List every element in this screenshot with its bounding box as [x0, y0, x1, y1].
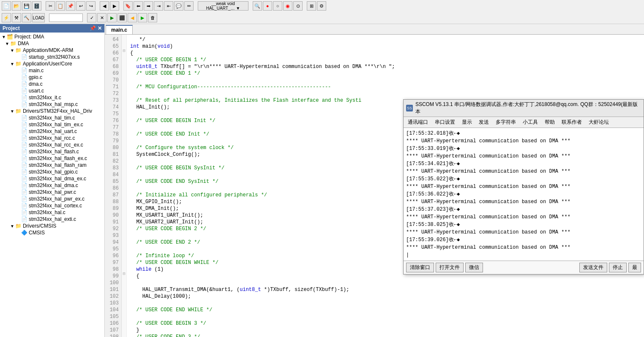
nav-back-btn[interactable]: ◀ [100, 1, 109, 11]
prev-btn[interactable]: ⬅ [134, 1, 143, 11]
tree-stm32-it[interactable]: 📄 stm32f4xx_it.c [0, 94, 104, 101]
next-btn[interactable]: ➡ [144, 1, 153, 11]
tree-cmsis[interactable]: 🔷 CMSIS [0, 229, 104, 236]
debug1-btn[interactable]: ● [263, 1, 272, 11]
debug2-btn[interactable]: ○ [273, 1, 282, 11]
expand-dma[interactable]: ▼ [5, 41, 9, 46]
tree-hal-cortex[interactable]: 📄 stm32f4xx_hal_cortex.c [0, 202, 104, 209]
tree-hal-dma[interactable]: 📄 stm32f4xx_hal_dma.c [0, 182, 104, 189]
nav-xiaogongju[interactable]: 小工具 [521, 118, 540, 127]
tree-hal-exti[interactable]: 📄 stm32f4xx_hal_exti.c [0, 216, 104, 223]
nav-chuankou[interactable]: 串口设置 [433, 118, 457, 127]
tree-dma-c[interactable]: 📄 dma.c [0, 81, 104, 87]
hal-base-label: stm32f4xx_hal.c [29, 209, 65, 215]
settings-btn[interactable]: ⚙ [317, 1, 326, 11]
step-btn[interactable]: ⬛ [117, 13, 127, 22]
save-all-btn[interactable]: 🗄️ [32, 1, 41, 11]
expand-root[interactable]: ▼ [2, 35, 6, 39]
comment-btn[interactable]: 💬 [174, 1, 183, 11]
cut-btn[interactable]: ✂ [46, 1, 55, 11]
tree-hal-msp[interactable]: 📄 stm32f4xx_hal_msp.c [0, 101, 104, 108]
tree-drv-cmsis[interactable]: ▼ 📁 Drivers/CMSIS [0, 223, 104, 229]
wechat-btn[interactable]: 微信 [465, 263, 483, 272]
tree-project-root[interactable]: ▼ 🗂️ Project: DMA [0, 33, 104, 40]
tree-hal-gpio[interactable]: 📄 stm32f4xx_hal_gpio.c [0, 168, 104, 175]
search-btn[interactable]: 🔍 [253, 1, 262, 11]
unindent-btn[interactable]: ⇤ [164, 1, 173, 11]
tree-startup[interactable]: 📄 startup_stm32f407xx.s [0, 54, 104, 60]
nav-xianshi[interactable]: 显示 [460, 118, 474, 127]
expand-drv-cmsis[interactable]: ▼ [10, 224, 14, 228]
copy-btn[interactable]: 📋 [56, 1, 65, 11]
tab-main-c-label: main.c [111, 27, 127, 33]
expand-app-user[interactable]: ▼ [10, 62, 14, 66]
indent-btn[interactable]: ⇥ [154, 1, 163, 11]
expand-app-mdk[interactable]: ▼ [10, 48, 14, 53]
stop-btn-serial[interactable]: 停止 [609, 263, 627, 272]
project-pin-btn[interactable]: 📌 [90, 25, 96, 31]
line-num-95: 95 [107, 246, 119, 253]
func-dropdown-btn[interactable]: __weak void HAL_UART_… ▼ [198, 1, 248, 11]
build-btn[interactable]: ⚡ [2, 13, 11, 22]
nav-duozi[interactable]: 多字符串 [494, 118, 518, 127]
tree-hal-pwr-ex[interactable]: 📄 stm32f4xx_hal_pwr_ex.c [0, 196, 104, 202]
startup-icon: 📄 [21, 54, 27, 60]
nav-bangzhu[interactable]: 帮助 [543, 118, 557, 127]
stop-btn[interactable]: ✕ [97, 13, 106, 22]
tree-gpio-c[interactable]: 📄 gpio.c [0, 74, 104, 81]
nav-fwd-btn[interactable]: ▶ [110, 1, 119, 11]
save-btn[interactable]: 💾 [22, 1, 31, 11]
uncomment-btn[interactable]: ✏ [184, 1, 194, 11]
tree-dma[interactable]: ▼ 📁 DMA [0, 40, 104, 47]
expand-drv-stm32[interactable]: ▼ [10, 109, 14, 114]
tree-hal-dma-ex[interactable]: 📄 stm32f4xx_hal_dma_ex.c [0, 175, 104, 182]
target-select[interactable]: DMA [49, 14, 83, 22]
open-file-btn[interactable]: 打开文件 [436, 263, 464, 272]
debug3-btn[interactable]: ◉ [283, 1, 292, 11]
tree-hal-tim-ex[interactable]: 📄 stm32f4xx_hal_tim_ex.c [0, 121, 104, 128]
paste-btn[interactable]: 📌 [66, 1, 75, 11]
open-btn[interactable]: 📂 [12, 1, 21, 11]
clear-window-btn[interactable]: 清除窗口 [406, 263, 434, 272]
usart-c-icon: 📄 [21, 88, 27, 94]
open-map-btn[interactable]: LOAD [32, 13, 45, 22]
window-btn[interactable]: ⊞ [307, 1, 316, 11]
tree-hal-flash-ram[interactable]: 📄 stm32f4xx_hal_flash_ram [0, 162, 104, 168]
send-file-btn[interactable]: 发送文件 [579, 263, 607, 272]
debug4-btn[interactable]: ⊙ [293, 1, 303, 11]
rebuild-btn[interactable]: 🔨 [22, 13, 31, 22]
check-btn[interactable]: ✓ [87, 13, 96, 22]
nav-fasong[interactable]: 发送 [477, 118, 491, 127]
nav-luntan[interactable]: 大虾论坛 [587, 118, 611, 127]
nav-tongxun[interactable]: 通讯端口 [406, 118, 430, 127]
tree-hal-base[interactable]: 📄 stm32f4xx_hal.c [0, 209, 104, 216]
new-file-btn[interactable]: 📄 [2, 1, 11, 11]
nav-lianxi[interactable]: 联系作者 [560, 118, 584, 127]
tree-hal-rcc[interactable]: 📄 stm32f4xx_hal_rcc.c [0, 135, 104, 141]
erase-btn[interactable]: 🗑 [148, 13, 157, 22]
flash-btn[interactable]: ▶ [138, 13, 147, 22]
serial-output[interactable]: [17:55:32.018]收←◆**** UART-Hyperterminal… [404, 128, 644, 261]
fold-83 [122, 163, 126, 170]
tree-hal-uart[interactable]: 📄 stm32f4xx_hal_uart.c [0, 128, 104, 135]
tree-app-user[interactable]: ▼ 📁 Application/User/Core [0, 60, 104, 67]
undo-btn[interactable]: ↩ [76, 1, 85, 11]
tree-hal-tim[interactable]: 📄 stm32f4xx_hal_tim.c [0, 114, 104, 121]
bookmark-btn[interactable]: 🔖 [123, 1, 133, 11]
tree-app-mdk[interactable]: ▼ 📁 Application/MDK-ARM [0, 47, 104, 54]
compile-btn[interactable]: ⚒ [12, 13, 21, 22]
redo-btn[interactable]: ↪ [86, 1, 96, 11]
rss-btn[interactable]: 最 [628, 263, 641, 272]
hal-dma-ex-icon: 📄 [21, 176, 27, 182]
run-to-btn[interactable]: ▶ [107, 13, 117, 22]
tree-drv-stm32[interactable]: ▼ 📁 Drivers/STM32F4xx_HAL_Driv [0, 108, 104, 114]
tree-hal-pwr[interactable]: 📄 stm32f4xx_hal_pwr.c [0, 189, 104, 196]
tree-hal-flash[interactable]: 📄 stm32f4xx_hal_flash.c [0, 148, 104, 155]
tree-hal-rcc-ex[interactable]: 📄 stm32f4xx_hal_rcc_ex.c [0, 141, 104, 148]
tree-hal-flash-ex[interactable]: 📄 stm32f4xx_hal_flash_ex.c [0, 155, 104, 162]
tab-main-c[interactable]: main.c [106, 25, 133, 34]
project-close-btn[interactable]: ✕ [98, 25, 102, 31]
reset-btn[interactable]: ◀ [128, 13, 137, 22]
tree-main-c[interactable]: 📄 main.c [0, 67, 104, 74]
tree-usart-c[interactable]: 📄 usart.c [0, 87, 104, 94]
